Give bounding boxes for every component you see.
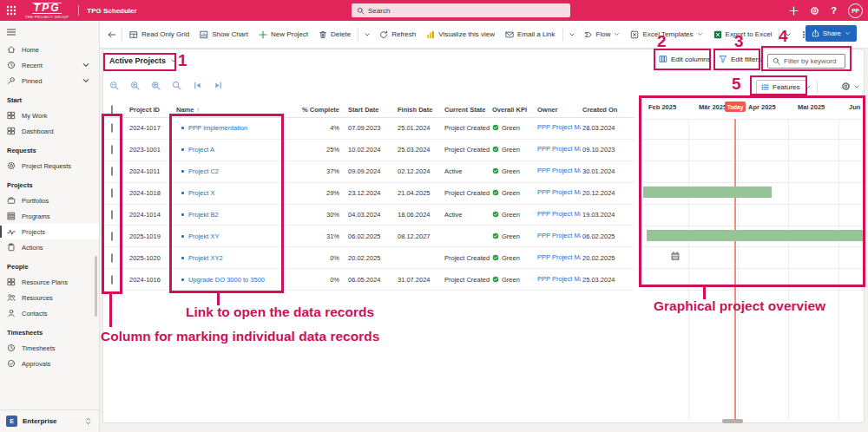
- sidebar-item-projects[interactable]: Projects: [0, 224, 99, 239]
- column-header-created-on[interactable]: Created On: [581, 106, 633, 114]
- view-selector[interactable]: Active Projects: [109, 56, 177, 65]
- row-checkbox[interactable]: [111, 145, 113, 154]
- column-header-owner[interactable]: Owner: [536, 106, 581, 114]
- column-header-current-state[interactable]: Current State: [443, 106, 490, 114]
- chevron-down-icon[interactable]: [785, 31, 792, 38]
- back-button[interactable]: [108, 30, 116, 39]
- sidebar-item-resources[interactable]: Resources: [0, 290, 99, 305]
- select-all-checkbox[interactable]: [111, 105, 113, 115]
- table-row[interactable]: 2024-1018Project X29%23.12.202421.04.202…: [105, 183, 635, 205]
- project-name-link[interactable]: Upgrade DO 3000 to 3500: [188, 276, 265, 284]
- row-checkbox[interactable]: [111, 123, 113, 133]
- row-checkbox[interactable]: [111, 253, 113, 263]
- row-checkbox[interactable]: [111, 232, 113, 241]
- zoom-in-icon[interactable]: [130, 81, 140, 90]
- search-icon[interactable]: [172, 81, 181, 90]
- owner-link[interactable]: PPP Project Ma: [537, 145, 581, 153]
- show-chart-button[interactable]: Show Chart: [194, 25, 253, 44]
- chevron-down-icon[interactable]: [853, 83, 860, 90]
- sidebar-item-pinned[interactable]: Pinned: [0, 73, 99, 88]
- sidebar-item-resource-plans[interactable]: Resource Plans: [0, 274, 99, 290]
- owner-link[interactable]: PPP Project Ma: [537, 275, 581, 283]
- settings-gear-icon[interactable]: [810, 6, 819, 16]
- table-row[interactable]: 2025-1020Projekt XY20%20.02.2025Project …: [105, 247, 635, 269]
- keyword-filter-input[interactable]: Filter by keyword: [767, 54, 845, 69]
- sidebar-item-approvals[interactable]: Approvals: [0, 356, 99, 371]
- column-header-project-id[interactable]: Project ID: [128, 106, 174, 114]
- owner-link[interactable]: PPP Project Ma: [537, 253, 581, 261]
- project-name-link[interactable]: PPP Implementation: [188, 124, 247, 132]
- sidebar-item-recent[interactable]: Recent: [0, 57, 99, 73]
- features-button[interactable]: Features: [756, 80, 806, 95]
- chevron-down-icon[interactable]: [364, 31, 371, 38]
- zoom-fit-icon[interactable]: [151, 81, 161, 90]
- gantt-horizontal-scrollbar[interactable]: [722, 419, 743, 423]
- sidebar-item-dashboard[interactable]: Dashboard: [0, 123, 99, 139]
- quick-create-icon[interactable]: [789, 6, 799, 16]
- app-launcher-waffle-icon[interactable]: [6, 5, 16, 16]
- share-button[interactable]: Share: [806, 25, 857, 42]
- hamburger-menu-icon[interactable]: [6, 27, 16, 37]
- delete-button[interactable]: Delete: [313, 25, 356, 44]
- grid-settings-gear-icon[interactable]: [841, 82, 851, 91]
- row-checkbox[interactable]: [111, 188, 113, 198]
- column-header-start-date[interactable]: Start Date: [346, 106, 396, 114]
- sidebar-scrollbar[interactable]: [95, 256, 97, 317]
- user-avatar[interactable]: PP: [848, 3, 863, 18]
- email-a-link-button[interactable]: Email a Link: [500, 25, 561, 44]
- edit-columns-button[interactable]: Edit columns: [659, 55, 711, 63]
- sidebar-item-project-requests[interactable]: Project Requests: [0, 158, 99, 173]
- table-row[interactable]: 2024-1017PPP Implementation4%07.09.20232…: [105, 118, 635, 140]
- refresh-button[interactable]: Refresh: [374, 25, 421, 44]
- edit-filters-button[interactable]: Edit filters: [719, 55, 761, 63]
- sidebar-item-contacts[interactable]: Contacts: [0, 305, 99, 321]
- excel-templates-button[interactable]: Excel Templates: [625, 25, 707, 44]
- global-search-box[interactable]: Search: [352, 3, 570, 17]
- project-name-link[interactable]: Projekt XY2: [188, 254, 223, 262]
- environment-switcher[interactable]: E Enterprise: [0, 409, 99, 432]
- column-header-finish-date[interactable]: Finish Date: [396, 106, 443, 114]
- owner-link[interactable]: PPP Project Ma: [537, 167, 581, 174]
- flow-button[interactable]: Flow: [579, 25, 626, 44]
- read-only-grid-button[interactable]: Read Only Grid: [124, 25, 194, 44]
- table-row[interactable]: 2023-1001Project A25%10.02.202425.03.202…: [105, 140, 635, 161]
- table-row[interactable]: 2025-1019Projekt XY31%06.02.202508.12.20…: [105, 226, 635, 247]
- sidebar-item-home[interactable]: Home: [0, 42, 99, 57]
- help-icon[interactable]: ?: [831, 5, 837, 16]
- row-checkbox[interactable]: [111, 167, 113, 176]
- table-row[interactable]: 2024-1011Project C237%09.09.202402.12.20…: [105, 161, 635, 183]
- sidebar-item-portfolios[interactable]: Portfolios: [0, 193, 99, 208]
- new-project-button[interactable]: New Project: [253, 25, 313, 44]
- visualize-this-view-button[interactable]: Visualize this view: [421, 25, 500, 44]
- sidebar-item-programs[interactable]: Programs: [0, 208, 99, 224]
- project-name-link[interactable]: Project A: [188, 146, 214, 154]
- column-header--complete[interactable]: % Complete: [300, 106, 346, 114]
- chevron-down-icon[interactable]: [569, 31, 575, 38]
- zoom-out-icon[interactable]: [109, 81, 119, 90]
- gantt-bar-project-x[interactable]: [643, 187, 772, 198]
- project-name-link[interactable]: Projekt B2: [188, 211, 219, 219]
- project-name-link[interactable]: Projekt XY: [188, 232, 219, 240]
- column-header-overall-kpi[interactable]: Overall KPI: [490, 106, 536, 114]
- sidebar-item-timesheets[interactable]: Timesheets: [0, 340, 99, 356]
- sidebar-item-actions[interactable]: Actions: [0, 239, 99, 255]
- row-checkbox[interactable]: [111, 275, 113, 285]
- skip-end-icon[interactable]: [214, 81, 223, 90]
- owner-link[interactable]: PPP Project Ma: [537, 210, 581, 218]
- row-checkbox[interactable]: [111, 210, 113, 219]
- table-row[interactable]: 2024-1014Projekt B230%04.03.202418.06.20…: [105, 205, 635, 226]
- column-header-name[interactable]: Name↑: [174, 106, 300, 114]
- skip-start-icon[interactable]: [193, 81, 202, 90]
- owner-link[interactable]: PPP Project Ma: [537, 232, 581, 239]
- gantt-bar-projekt-xy[interactable]: [647, 230, 864, 241]
- table-row[interactable]: 2024-1016Upgrade DO 3000 to 35000%06.05.…: [105, 269, 635, 291]
- owner-link[interactable]: PPP Project Ma: [537, 123, 581, 131]
- sidebar-item-my-work[interactable]: My Work: [0, 108, 99, 123]
- export-to-excel-button[interactable]: Export to Excel: [708, 25, 778, 44]
- select-all-checkbox-cell[interactable]: [105, 106, 128, 114]
- owner-link[interactable]: PPP Project Ma: [537, 188, 581, 196]
- project-name-link[interactable]: Project C2: [188, 167, 219, 175]
- gantt-milestone-calendar-icon[interactable]: [670, 251, 681, 261]
- refresh-grid-icon[interactable]: [823, 82, 832, 91]
- project-name-link[interactable]: Project X: [188, 189, 214, 197]
